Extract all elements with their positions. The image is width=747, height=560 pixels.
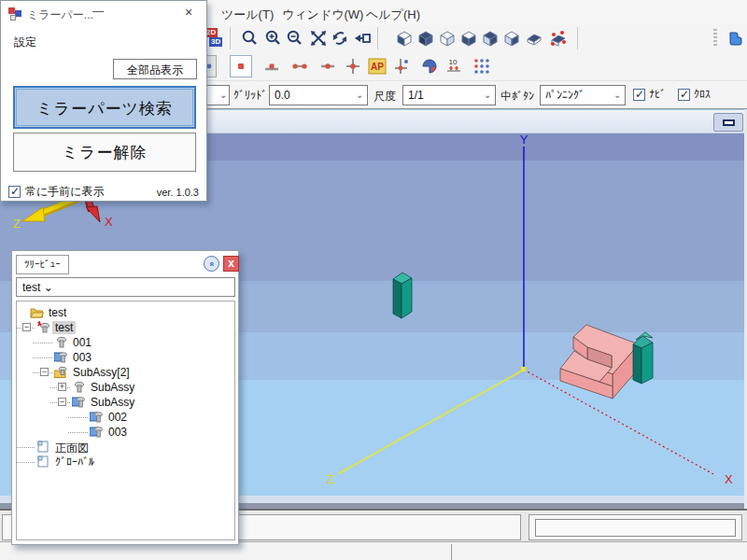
flat-part-button[interactable] bbox=[523, 27, 545, 49]
tree-item-test[interactable]: test bbox=[17, 305, 234, 320]
mirror-release-button[interactable]: ミラー解除 bbox=[13, 133, 196, 172]
dialog-title: ミラーパー... bbox=[27, 7, 93, 23]
svg-text:AP: AP bbox=[371, 62, 384, 72]
collapse-node-icon[interactable]: − bbox=[58, 398, 66, 406]
partial-combo[interactable]: ⌄ bbox=[204, 85, 230, 105]
solid-teal-small-box[interactable] bbox=[633, 332, 653, 384]
application-window: ツール(T)ウィンドウ(W)ヘルプ(H) 2D3D AP10 ⌄ ｸﾞﾘｯﾄﾞ … bbox=[0, 0, 747, 560]
tree-item-label[interactable]: SubAssy bbox=[88, 381, 137, 394]
collapse-node-icon[interactable]: − bbox=[40, 368, 49, 376]
tree-view-tab[interactable]: ﾂﾘｰﾋﾞｭｰ bbox=[16, 255, 69, 274]
close-panel-button[interactable]: x bbox=[223, 256, 239, 272]
always-on-top-checkbox[interactable]: 常に手前に表示 bbox=[8, 184, 105, 200]
settings-menu[interactable]: 設定 bbox=[14, 35, 36, 50]
triad-x-label: X bbox=[105, 215, 113, 229]
folder-open-icon bbox=[30, 306, 44, 318]
mirror-parts-search-button[interactable]: ミラーパーツ検索 bbox=[13, 86, 196, 129]
part-icon bbox=[54, 336, 68, 348]
view-cube-2-button[interactable] bbox=[415, 27, 437, 49]
zoom-out-button[interactable] bbox=[284, 27, 306, 49]
tree-item-label[interactable]: 001 bbox=[70, 336, 94, 349]
scale-combo[interactable]: 1/1⌄ bbox=[402, 85, 496, 105]
snap-midpoint-button[interactable] bbox=[317, 55, 339, 77]
tree-item-label[interactable]: 002 bbox=[106, 411, 130, 424]
view-cube-6-button[interactable] bbox=[500, 27, 523, 49]
tree-item-SubAssy[interactable]: −SubAssy bbox=[17, 395, 234, 410]
mirror-parts-dialog: ミラーパー... — × 設定 全部品表示 ミラーパーツ検索 ミラー解除 常に手… bbox=[0, 0, 207, 202]
dialog-title-bar[interactable]: ミラーパー... — × bbox=[1, 1, 206, 27]
model-select-combo[interactable]: test ⌄ bbox=[16, 277, 235, 297]
snap-on-element-button[interactable] bbox=[261, 55, 283, 77]
middle-button-combo[interactable]: ﾊﾟﾝﾆﾝｸﾞ⌄ bbox=[540, 85, 626, 105]
grid-label: ｸﾞﾘｯﾄﾞ bbox=[233, 89, 267, 102]
navi-checkbox[interactable]: ﾅﾋﾞ bbox=[633, 88, 666, 101]
tree-item-label[interactable]: 003 bbox=[106, 426, 130, 439]
view-icon bbox=[36, 441, 50, 453]
solid-teal-tall-box[interactable] bbox=[393, 273, 412, 318]
view-cube-5-button[interactable] bbox=[479, 27, 501, 49]
toolbar-separator bbox=[377, 27, 378, 49]
tree-item-label[interactable]: test bbox=[46, 306, 69, 319]
minimize-button[interactable]: — bbox=[89, 5, 107, 21]
zoom-in-button[interactable] bbox=[262, 27, 285, 49]
view-cube-1-button[interactable] bbox=[393, 27, 416, 49]
tree-item-002[interactable]: 002 bbox=[17, 410, 234, 425]
rotate-view-button[interactable] bbox=[329, 27, 351, 49]
show-all-parts-button[interactable]: 全部品表示 bbox=[113, 59, 197, 79]
snap-grid-points-button[interactable] bbox=[471, 55, 493, 77]
tree-item-ｸﾞﾛｰﾊﾞﾙ[interactable]: ｸﾞﾛｰﾊﾞﾙ bbox=[17, 455, 234, 469]
snap-endpoint-button[interactable] bbox=[289, 55, 311, 77]
z-axis bbox=[338, 370, 524, 474]
collapse-panel-button[interactable]: « bbox=[204, 256, 219, 272]
zoom-button[interactable] bbox=[239, 27, 261, 49]
part-blue-icon bbox=[90, 411, 104, 423]
menu-item-2[interactable]: ウィンドウ(W) bbox=[278, 5, 367, 25]
tree-item-001[interactable]: 001 bbox=[17, 335, 234, 350]
tree-item-003[interactable]: 003 bbox=[17, 350, 234, 365]
tree-item-label[interactable]: 003 bbox=[70, 351, 94, 364]
tree-item-label[interactable]: ｸﾞﾛｰﾊﾞﾙ bbox=[52, 455, 97, 469]
view-cube-4-button[interactable] bbox=[458, 27, 480, 49]
grid-combo[interactable]: 0.0⌄ bbox=[269, 85, 368, 105]
previous-view-button[interactable] bbox=[351, 27, 374, 49]
snap-intersection-button[interactable] bbox=[342, 55, 364, 77]
tree-item-label[interactable]: test bbox=[52, 321, 76, 334]
tree-item-003[interactable]: 003 bbox=[17, 425, 234, 440]
triad-z-label: Z bbox=[13, 217, 21, 231]
snap-near-point-button[interactable] bbox=[391, 55, 414, 77]
part-points-button[interactable] bbox=[547, 27, 570, 49]
tree-item-正面図[interactable]: 正面図 bbox=[17, 440, 234, 455]
view-cube-3-button[interactable] bbox=[436, 27, 458, 49]
2d-3d-icon: 2D3D bbox=[204, 28, 225, 49]
scale-label: 尺度 bbox=[374, 89, 396, 105]
view-icon bbox=[36, 455, 50, 468]
collapse-node-icon[interactable]: − bbox=[22, 323, 31, 331]
toolbar-drag-handle[interactable] bbox=[713, 29, 717, 48]
expand-node-icon[interactable]: + bbox=[58, 383, 66, 391]
menu-item-1[interactable]: ツール(T) bbox=[218, 5, 277, 25]
solid-pink-step-block[interactable] bbox=[560, 325, 639, 399]
part-icon bbox=[72, 381, 86, 393]
menu-item-3[interactable]: ヘルプ(H) bbox=[362, 5, 424, 25]
z-axis-label: Z bbox=[327, 472, 334, 486]
snap-tangent-button[interactable] bbox=[417, 55, 440, 77]
tree-item-label[interactable]: SubAssy bbox=[88, 396, 137, 409]
tree-item-SubAssy[interactable]: +SubAssy bbox=[17, 380, 234, 395]
fit-view-button[interactable] bbox=[307, 27, 330, 49]
origin-marker bbox=[521, 367, 526, 371]
blue-part-button[interactable] bbox=[724, 27, 746, 49]
snap-free-point-button[interactable] bbox=[230, 55, 252, 77]
mirror-part-icon bbox=[36, 321, 50, 333]
close-button[interactable]: × bbox=[178, 5, 199, 21]
restore-window-button[interactable] bbox=[713, 113, 743, 132]
tree-view-list: test−test001003−SubAssy[2]+SubAssy−SubAs… bbox=[16, 301, 235, 540]
tree-item-test[interactable]: −test bbox=[17, 320, 234, 335]
snap-pitch-button[interactable]: 10 bbox=[443, 55, 465, 77]
cross-checkbox[interactable]: ｸﾛｽ bbox=[678, 88, 711, 101]
part-blue-icon bbox=[90, 426, 104, 438]
assembly-icon bbox=[54, 366, 68, 378]
snap-ap-button[interactable]: AP bbox=[366, 55, 388, 77]
tree-connector bbox=[16, 447, 35, 448]
tree-item-label[interactable]: SubAssy[2] bbox=[70, 366, 133, 379]
tree-item-SubAssy[2][interactable]: −SubAssy[2] bbox=[17, 365, 234, 380]
